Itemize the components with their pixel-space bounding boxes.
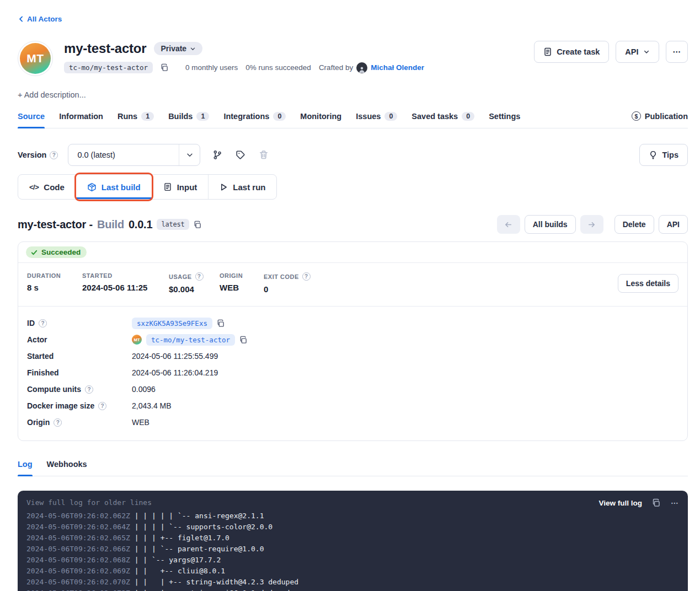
view-full-log-button[interactable]: View full log: [599, 499, 642, 507]
docker-image-size-help-icon[interactable]: ?: [98, 402, 106, 410]
issues-count-badge: 0: [384, 112, 397, 121]
actor-link-badge[interactable]: tc-mo/my-test-actor: [146, 334, 235, 346]
crafted-by: Crafted by Michał Olender: [319, 62, 424, 73]
tips-button[interactable]: Tips: [639, 144, 688, 166]
visibility-dropdown[interactable]: Private: [154, 42, 202, 55]
log-tab-bar: Log Webhooks: [18, 460, 688, 476]
page-title: my-test-actor: [64, 41, 146, 56]
version-help-icon[interactable]: ?: [50, 151, 58, 159]
build-details: ID ? sxzKGK5A93Se9FExs Actor MT tc-mo/my…: [18, 306, 687, 440]
git-branch-icon[interactable]: [212, 150, 222, 160]
runs-succeeded-stat: 0% runs succeeded: [245, 63, 311, 72]
subtab-code[interactable]: </> Code: [18, 175, 76, 199]
chevron-down-icon: [190, 46, 196, 52]
copy-id-icon[interactable]: [217, 319, 225, 327]
author-link[interactable]: Michał Olender: [371, 63, 424, 72]
build-header: my-test-actor - Build 0.0.1 latest All b…: [18, 215, 688, 234]
lightbulb-icon: [649, 151, 658, 159]
monthly-users-stat: 0 monthly users: [185, 63, 238, 72]
tab-saved-tasks[interactable]: Saved tasks 0: [412, 112, 474, 128]
version-label: Version ?: [18, 151, 58, 159]
tab-monitoring[interactable]: Monitoring: [300, 112, 341, 128]
play-icon: [220, 183, 228, 191]
chevron-down-icon: [643, 49, 650, 55]
add-description-link[interactable]: + Add description...: [18, 90, 86, 99]
publication-link[interactable]: $ Publication: [632, 111, 688, 128]
tag-icon[interactable]: [236, 150, 245, 160]
check-icon: [31, 249, 38, 256]
previous-build-button[interactable]: [497, 215, 520, 234]
chevron-left-icon: [18, 15, 25, 23]
view-older-lines-link[interactable]: View full log for older lines: [26, 497, 152, 509]
exit-code-help-icon[interactable]: ?: [302, 272, 311, 281]
integrations-count-badge: 0: [273, 112, 286, 121]
runs-count-badge: 1: [141, 112, 154, 121]
stat-usage: USAGE ? $0.004: [169, 272, 220, 294]
id-help-icon[interactable]: ?: [39, 319, 47, 327]
log-terminal[interactable]: View full log for older lines View full …: [18, 491, 688, 591]
tab-webhooks[interactable]: Webhooks: [47, 460, 87, 476]
copy-actor-icon[interactable]: [239, 336, 248, 344]
log-line: 2024-05-06T09:26:02.066Z | | | `-- paren…: [26, 544, 679, 555]
subtab-input[interactable]: Input: [152, 175, 209, 199]
more-actions-button[interactable]: ⋯: [666, 41, 688, 63]
detail-row-origin: Origin ? WEB: [27, 414, 678, 431]
copy-log-icon[interactable]: [652, 498, 661, 507]
origin-help-icon[interactable]: ?: [54, 418, 62, 427]
tab-source[interactable]: Source: [18, 112, 45, 128]
build-api-button[interactable]: API: [659, 215, 688, 234]
detail-row-compute-units: Compute units ? 0.0096: [27, 381, 678, 397]
chevron-down-icon: [179, 144, 200, 165]
builds-count-badge: 1: [196, 112, 209, 121]
package-icon: [87, 182, 97, 192]
document-icon: [543, 47, 552, 56]
detail-row-docker-image-size: Docker image size ? 2,043.4 MB: [27, 397, 678, 414]
code-icon: </>: [29, 183, 39, 191]
more-icon: ⋯: [673, 47, 681, 56]
tab-information[interactable]: Information: [59, 112, 103, 128]
stat-exit-code: EXIT CODE ? 0: [264, 272, 330, 294]
subtab-last-run[interactable]: Last run: [209, 175, 276, 199]
tab-settings[interactable]: Settings: [489, 112, 520, 128]
build-card: Succeeded DURATION 8 s STARTED 2024-05-0…: [18, 241, 688, 441]
delete-build-button[interactable]: Delete: [614, 215, 654, 234]
tab-issues[interactable]: Issues 0: [356, 112, 397, 128]
actor-avatar: MT: [18, 41, 53, 76]
next-build-button[interactable]: [580, 215, 603, 234]
author-avatar: [356, 62, 367, 73]
copy-slug-icon[interactable]: [161, 63, 169, 72]
version-select[interactable]: 0.0 (latest): [68, 144, 200, 166]
less-details-button[interactable]: Less details: [618, 274, 678, 293]
log-line: 2024-05-06T09:26:02.064Z | | | | `-- sup…: [26, 522, 679, 533]
tab-builds[interactable]: Builds 1: [168, 112, 209, 128]
log-line: 2024-05-06T09:26:02.065Z | | | +-- figle…: [26, 533, 679, 544]
log-line: 2024-05-06T09:26:02.070Z | | | +-- strin…: [26, 577, 679, 588]
version-row: Version ? 0.0 (latest): [18, 144, 688, 166]
subtab-last-build[interactable]: Last build: [76, 175, 152, 199]
log-line: 2024-05-06T09:26:02.062Z | | | | | `-- a…: [26, 511, 679, 522]
detail-row-started: Started 2024-05-06 11:25:55.499: [27, 348, 678, 364]
log-line: 2024-05-06T09:26:02.069Z | | +-- cliui@8…: [26, 566, 679, 577]
detail-row-actor: Actor MT tc-mo/my-test-actor: [27, 331, 678, 348]
copy-build-icon[interactable]: [194, 221, 202, 229]
usage-help-icon[interactable]: ?: [195, 272, 204, 281]
breadcrumb-all-actors[interactable]: All Actors: [18, 15, 62, 23]
create-task-button[interactable]: Create task: [534, 41, 609, 63]
compute-units-help-icon[interactable]: ?: [85, 385, 93, 394]
all-builds-button[interactable]: All builds: [525, 215, 576, 234]
stat-duration: DURATION 8 s: [27, 272, 82, 292]
log-lines: 2024-05-06T09:26:02.062Z | | | | | `-- a…: [26, 511, 679, 591]
latest-badge: latest: [157, 219, 189, 230]
tab-log[interactable]: Log: [18, 460, 33, 476]
actor-slug-badge[interactable]: tc-mo/my-test-actor: [64, 62, 153, 73]
tab-runs[interactable]: Runs 1: [117, 112, 154, 128]
saved-tasks-count-badge: 0: [462, 112, 474, 121]
build-id-badge[interactable]: sxzKGK5A93Se9FExs: [132, 318, 212, 329]
delete-version-trash-icon: [259, 150, 269, 160]
detail-row-finished: Finished 2024-05-06 11:26:04.219: [27, 364, 678, 381]
log-more-icon[interactable]: ⋯: [671, 498, 679, 507]
tab-integrations[interactable]: Integrations 0: [223, 112, 286, 128]
api-dropdown-button[interactable]: API: [616, 41, 659, 63]
status-badge: Succeeded: [26, 246, 87, 258]
log-line: 2024-05-06T09:26:02.068Z | | `-- yargs@1…: [26, 555, 679, 566]
